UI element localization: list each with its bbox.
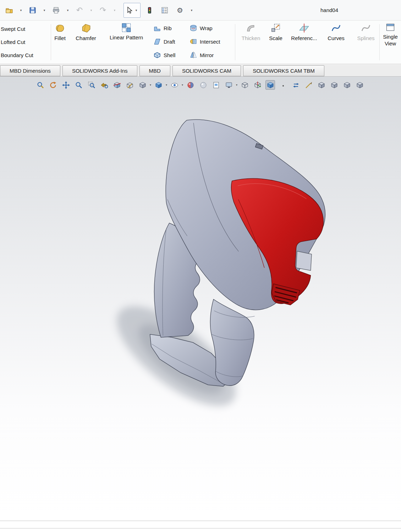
rotate-view-icon[interactable] [48, 80, 58, 90]
shell-icon [153, 51, 161, 59]
standard-views-icon[interactable] [154, 80, 163, 90]
command-manager-tabs: MBD Dimensions SOLIDWORKS Add-Ins MBD SO… [0, 65, 401, 77]
chamfer-button[interactable]: Chamfer [74, 23, 98, 42]
section-view-icon[interactable] [112, 80, 122, 90]
shaded-cube-icon[interactable] [265, 80, 275, 90]
features-ribbon: Swept Cut Lofted Cut Boundary Cut Fillet… [0, 21, 401, 64]
settings-button[interactable]: ⚙ [174, 3, 186, 17]
mirror-icon [189, 51, 197, 59]
traffic-light-icon [145, 6, 153, 14]
tab-solidworks-cam-tbm[interactable]: SOLIDWORKS CAM TBM [243, 65, 324, 76]
ribbon-separator [379, 24, 380, 60]
splines-icon [361, 23, 371, 33]
scale-icon [270, 23, 281, 33]
apply-scene-icon[interactable] [198, 80, 208, 90]
redo-dropdown-caret[interactable]: ▾ [112, 9, 117, 12]
standard-views-caret[interactable]: ▾ [166, 83, 167, 87]
chamfer-icon [81, 23, 91, 33]
swept-cut-label: Swept Cut [1, 26, 25, 32]
single-view-label: Single View [380, 34, 400, 47]
edit-appearance-icon[interactable] [186, 80, 195, 90]
rib-icon [153, 24, 161, 32]
lofted-cut-button[interactable]: Lofted Cut [0, 35, 33, 49]
print-dropdown-caret[interactable]: ▾ [65, 9, 71, 12]
reference-geometry-button[interactable]: Referenc... [287, 23, 321, 42]
viewport-cube-4-icon[interactable] [355, 80, 364, 90]
select-tool-button[interactable]: ▾ [123, 3, 141, 18]
axes-cube-icon[interactable] [253, 80, 262, 90]
print-icon [52, 6, 60, 14]
thicken-button[interactable]: Thicken [239, 23, 263, 42]
gear-icon: ⚙ [177, 7, 183, 14]
undo-button[interactable]: ↶ [73, 3, 86, 17]
previous-view-icon[interactable] [99, 80, 109, 90]
view-settings-caret[interactable]: ▾ [236, 83, 237, 87]
pan-icon[interactable] [61, 80, 71, 90]
intersect-button[interactable]: Intersect [189, 35, 220, 48]
sketch-line-icon[interactable] [304, 80, 313, 90]
view-settings-icon[interactable] [224, 80, 234, 90]
save-button[interactable] [26, 3, 39, 17]
redo-button[interactable]: ↷ [97, 3, 109, 17]
viewport-cube-2-icon[interactable] [329, 80, 339, 90]
save-dropdown-caret[interactable]: ▾ [42, 9, 47, 12]
tab-solidworks-add-ins[interactable]: SOLIDWORKS Add-Ins [62, 65, 137, 76]
swept-cut-button[interactable]: Swept Cut [0, 22, 33, 35]
splines-button[interactable]: Splines [353, 23, 379, 42]
undo-icon: ↶ [76, 6, 83, 14]
fillet-icon [55, 23, 65, 33]
swap-views-icon[interactable] [291, 80, 301, 90]
dot-icon[interactable] [278, 80, 288, 90]
tab-mbd[interactable]: MBD [139, 65, 170, 76]
settings-dropdown-caret[interactable]: ▾ [189, 9, 194, 12]
measure-icon[interactable] [35, 80, 45, 90]
zoom-to-area-icon[interactable] [87, 80, 96, 90]
linear-pattern-label: Linear Pattern [110, 34, 143, 41]
curves-icon [331, 23, 341, 33]
draft-icon [153, 38, 161, 45]
interference-check-button[interactable] [143, 3, 156, 17]
undo-dropdown-caret[interactable]: ▾ [88, 9, 94, 12]
boundary-cut-button[interactable]: Boundary Cut [0, 49, 33, 62]
redo-icon: ↷ [100, 6, 106, 14]
fillet-button[interactable]: Fillet [49, 23, 71, 42]
reference-geometry-icon [299, 23, 309, 33]
display-style-icon[interactable] [170, 80, 179, 90]
rib-button[interactable]: Rib [153, 21, 175, 35]
select-dropdown-caret[interactable]: ▾ [133, 9, 139, 12]
linear-pattern-button[interactable]: Linear Pattern [103, 23, 150, 41]
view-orientation-caret[interactable]: ▾ [150, 83, 151, 87]
command-options-button[interactable] [158, 3, 171, 17]
draft-button[interactable]: Draft [153, 35, 175, 48]
display-style-caret[interactable]: ▾ [182, 83, 183, 87]
model-notch-plate[interactable] [296, 251, 312, 271]
tab-solidworks-cam[interactable]: SOLIDWORKS CAM [172, 65, 241, 76]
viewport-cube-1-icon[interactable] [317, 80, 326, 90]
zoom-in-out-icon[interactable] [74, 80, 83, 90]
viewport-cube-3-icon[interactable] [342, 80, 352, 90]
print-button[interactable] [50, 3, 62, 17]
intersect-label: Intersect [200, 39, 220, 45]
open-dropdown-caret[interactable]: ▾ [18, 9, 24, 12]
scale-label: Scale [269, 35, 282, 42]
graphics-area[interactable]: ▾ ▾ ▾ ▾ [0, 77, 401, 521]
thicken-label: Thicken [242, 35, 260, 42]
single-view-button[interactable]: Single View [380, 23, 400, 47]
tab-mbd-dimensions[interactable]: MBD Dimensions [0, 65, 60, 76]
open-button[interactable] [3, 3, 16, 17]
wrap-button[interactable]: Wrap [189, 21, 220, 35]
wireframe-cube-icon[interactable] [240, 80, 249, 90]
wrap-icon [189, 24, 197, 32]
3d-drawing-view-icon[interactable] [125, 80, 134, 90]
rib-draft-shell-group: Rib Draft Shell [153, 21, 175, 62]
mirror-button[interactable]: Mirror [189, 48, 220, 62]
curves-button[interactable]: Curves [322, 23, 351, 42]
scale-button[interactable]: Scale [264, 23, 287, 42]
shell-button[interactable]: Shell [153, 48, 175, 62]
view-decals-icon[interactable] [211, 80, 221, 90]
open-icon [5, 6, 13, 14]
model-right-leg[interactable] [210, 299, 254, 386]
model-hand04[interactable] [0, 77, 401, 521]
select-cursor-icon [125, 6, 133, 15]
view-orientation-icon[interactable] [138, 80, 147, 90]
